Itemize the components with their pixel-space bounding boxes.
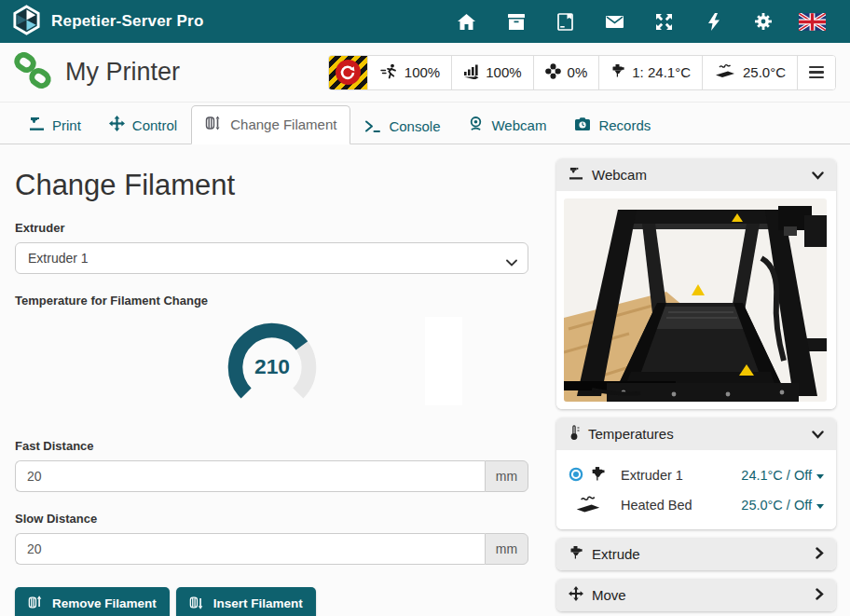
insert-filament-button[interactable]: Insert Filament — [176, 587, 316, 616]
fast-distance-input[interactable] — [15, 460, 485, 492]
temperatures-panel-header[interactable]: Temperatures — [556, 418, 836, 450]
tab-change-filament[interactable]: Change Filament — [191, 105, 350, 144]
archive-box-icon[interactable] — [491, 14, 541, 30]
mail-icon[interactable] — [590, 16, 639, 28]
heated-bed-icon — [574, 494, 602, 517]
chevron-down-icon — [812, 167, 824, 183]
brand-title: Repetier-Server Pro — [51, 12, 203, 31]
extruder-select[interactable]: Extruder 1 — [15, 242, 528, 274]
fast-distance-label: Fast Distance — [15, 439, 528, 453]
extruder-temp-dropdown[interactable]: 24.1°C / Off — [741, 468, 824, 483]
move-panel: Move — [556, 579, 836, 611]
repetier-logo-icon — [11, 5, 42, 39]
printer-header: My Printer — [0, 43, 850, 103]
home-icon[interactable] — [442, 14, 491, 30]
extruder-nozzle-icon — [569, 545, 583, 563]
tab-records-label: Records — [598, 117, 651, 133]
link-chain-icon — [13, 52, 52, 93]
filament-down-icon — [189, 595, 205, 613]
print-icon — [29, 116, 45, 134]
printer-tabs: Print Control Change Filament — [0, 103, 850, 144]
tab-control[interactable]: Control — [95, 106, 191, 144]
tab-control-label: Control — [132, 117, 177, 133]
temperature-label: Temperature for Filament Change — [15, 294, 528, 308]
extruder-temp-status[interactable]: 1: 24.1°C — [598, 56, 702, 89]
printer-menu-button[interactable] — [797, 56, 835, 89]
emergency-stop-button[interactable] — [329, 56, 367, 89]
extrude-panel: Extrude — [556, 538, 836, 570]
bolt-icon[interactable] — [689, 13, 738, 31]
speed-status[interactable]: 100% — [367, 56, 451, 89]
extrude-panel-title: Extrude — [592, 546, 640, 562]
slow-distance-input[interactable] — [15, 533, 485, 565]
book-icon[interactable] — [541, 13, 590, 31]
emergency-stop-icon — [336, 60, 361, 85]
printer-status-bar: 100% 100% 0% — [328, 55, 836, 90]
move-panel-title: Move — [592, 587, 626, 603]
webcam-panel-header[interactable]: Webcam — [556, 158, 836, 191]
webcam-icon — [468, 116, 484, 134]
move-cross-icon — [109, 116, 125, 134]
bed-temp-value: 25.0°C — [743, 64, 786, 80]
extrude-panel-header[interactable]: Extrude — [556, 538, 836, 570]
move-panel-header[interactable]: Move — [556, 579, 836, 611]
chevron-right-icon — [816, 546, 824, 562]
hazard-stripes — [329, 56, 367, 89]
tab-console-label: Console — [389, 118, 440, 134]
selected-radio-icon[interactable] — [569, 467, 583, 485]
speed-value: 100% — [404, 64, 440, 80]
temperature-field: Temperature for Filament Change 210 — [15, 294, 528, 419]
caret-down-icon — [816, 474, 824, 479]
temperature-row-bed: Heated Bed 25.0°C / Off — [569, 490, 824, 520]
insert-filament-label: Insert Filament — [213, 596, 303, 610]
flow-status[interactable]: 100% — [451, 56, 532, 89]
hamburger-icon — [809, 66, 824, 78]
remove-filament-label: Remove Filament — [52, 596, 157, 610]
tab-print-label: Print — [52, 117, 81, 133]
expand-arrows-icon[interactable] — [639, 14, 689, 30]
tab-webcam[interactable]: Webcam — [454, 106, 560, 144]
tab-console[interactable]: Console — [350, 109, 454, 144]
temperature-row-extruder: Extruder 1 24.1°C / Off — [569, 460, 824, 490]
webcam-view[interactable] — [556, 191, 836, 409]
knob-input-spacer — [425, 317, 462, 405]
thermometer-icon — [569, 425, 580, 444]
fan-status[interactable]: 0% — [533, 56, 599, 89]
webcam-panel-title: Webcam — [592, 167, 647, 183]
bed-temp-dropdown[interactable]: 25.0°C / Off — [741, 498, 824, 513]
bed-temp-status[interactable]: 25.0°C — [702, 56, 797, 89]
flow-bars-icon — [463, 63, 479, 82]
top-navbar: Repetier-Server Pro — [0, 0, 850, 43]
heated-bed-icon — [714, 62, 736, 82]
extruder-temp-value: 1: 24.1°C — [632, 64, 691, 80]
temp-row-name: Heated Bed — [621, 498, 692, 513]
console-icon — [364, 119, 381, 133]
webcam-panel: Webcam — [556, 158, 836, 409]
extruder-select-value: Extruder 1 — [28, 251, 89, 266]
fan-icon — [545, 63, 561, 82]
brand[interactable]: Repetier-Server Pro — [11, 5, 203, 39]
records-camera-icon — [574, 116, 591, 134]
extruder-nozzle-icon — [590, 466, 606, 485]
section-title: Change Filament — [15, 169, 528, 202]
temperature-knob[interactable]: 210 — [224, 315, 321, 419]
tab-print[interactable]: Print — [15, 107, 95, 144]
temp-row-value: 24.1°C / Off — [741, 468, 812, 483]
temperatures-panel-title: Temperatures — [588, 426, 674, 442]
tab-records[interactable]: Records — [560, 107, 665, 144]
navbar-icons — [442, 13, 837, 31]
remove-filament-button[interactable]: Remove Filament — [15, 587, 170, 616]
slow-distance-label: Slow Distance — [15, 512, 528, 526]
tab-change-filament-label: Change Filament — [230, 116, 336, 132]
extruder-field: Extruder Extruder 1 — [15, 221, 528, 274]
webcam-stream-image — [564, 198, 827, 402]
slow-distance-field: Slow Distance mm — [15, 512, 528, 565]
page-title: My Printer — [65, 58, 180, 87]
move-cross-icon — [569, 586, 583, 604]
slow-distance-unit: mm — [485, 533, 528, 565]
uk-flag-icon[interactable] — [788, 13, 837, 31]
temp-row-value: 25.0°C / Off — [741, 498, 812, 513]
fan-value: 0% — [568, 64, 588, 80]
gear-icon[interactable] — [738, 13, 788, 30]
tab-webcam-label: Webcam — [491, 117, 546, 133]
